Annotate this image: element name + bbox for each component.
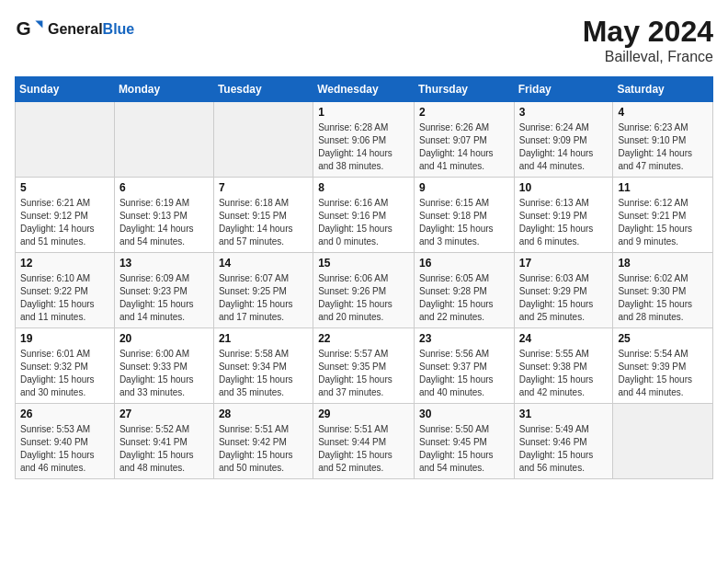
day-number: 18 [618,257,708,270]
day-content: Sunrise: 5:55 AM Sunset: 9:38 PM Dayligh… [519,348,609,399]
day-number: 4 [618,106,708,119]
title-block: May 2024 Bailleval, France [583,15,713,65]
day-header-saturday: Saturday [613,77,713,102]
calendar-cell: 26Sunrise: 5:53 AM Sunset: 9:40 PM Dayli… [16,404,115,479]
calendar-table: SundayMondayTuesdayWednesdayThursdayFrid… [15,76,713,479]
day-header-sunday: Sunday [16,77,115,102]
day-header-friday: Friday [514,77,613,102]
calendar-cell: 24Sunrise: 5:55 AM Sunset: 9:38 PM Dayli… [514,328,613,404]
calendar-cell: 14Sunrise: 6:07 AM Sunset: 9:25 PM Dayli… [213,253,313,328]
day-content: Sunrise: 5:51 AM Sunset: 9:44 PM Dayligh… [318,423,409,475]
day-number: 11 [618,181,708,194]
day-header-tuesday: Tuesday [213,77,313,102]
calendar-cell: 18Sunrise: 6:02 AM Sunset: 9:30 PM Dayli… [613,253,713,328]
calendar-cell: 3Sunrise: 6:24 AM Sunset: 9:09 PM Daylig… [514,102,613,178]
day-number: 13 [119,257,209,270]
calendar-cell: 21Sunrise: 5:58 AM Sunset: 9:34 PM Dayli… [213,328,313,404]
day-content: Sunrise: 6:06 AM Sunset: 9:26 PM Dayligh… [318,272,409,324]
day-number: 6 [119,181,209,194]
calendar-cell: 28Sunrise: 5:51 AM Sunset: 9:42 PM Dayli… [213,404,313,479]
logo-blue: Blue [103,21,135,37]
calendar-cell: 23Sunrise: 5:56 AM Sunset: 9:37 PM Dayli… [414,328,514,404]
day-number: 19 [20,332,109,345]
day-number: 2 [419,106,509,119]
calendar-cell: 22Sunrise: 5:57 AM Sunset: 9:35 PM Dayli… [313,328,415,404]
day-content: Sunrise: 6:13 AM Sunset: 9:19 PM Dayligh… [519,197,609,248]
calendar-cell: 16Sunrise: 6:05 AM Sunset: 9:28 PM Dayli… [414,253,514,328]
calendar-week-row: 26Sunrise: 5:53 AM Sunset: 9:40 PM Dayli… [16,404,713,479]
calendar-cell: 15Sunrise: 6:06 AM Sunset: 9:26 PM Dayli… [313,253,415,328]
day-content: Sunrise: 5:49 AM Sunset: 9:46 PM Dayligh… [519,423,609,475]
day-number: 1 [318,106,409,119]
day-number: 27 [119,408,209,420]
day-number: 23 [419,332,509,345]
svg-text:G: G [17,17,31,39]
day-header-thursday: Thursday [414,77,514,102]
calendar-cell: 10Sunrise: 6:13 AM Sunset: 9:19 PM Dayli… [514,178,613,253]
day-number: 10 [519,181,609,194]
calendar-cell: 6Sunrise: 6:19 AM Sunset: 9:13 PM Daylig… [114,178,213,253]
calendar-cell: 13Sunrise: 6:09 AM Sunset: 9:23 PM Dayli… [114,253,213,328]
day-content: Sunrise: 6:23 AM Sunset: 9:10 PM Dayligh… [618,121,708,173]
calendar-cell: 2Sunrise: 6:26 AM Sunset: 9:07 PM Daylig… [414,102,514,178]
day-content: Sunrise: 5:56 AM Sunset: 9:37 PM Dayligh… [419,348,509,399]
svg-marker-1 [35,20,42,28]
day-content: Sunrise: 5:51 AM Sunset: 9:42 PM Dayligh… [219,423,308,475]
calendar-cell [16,102,115,178]
day-content: Sunrise: 6:16 AM Sunset: 9:16 PM Dayligh… [318,197,409,248]
calendar-header-row: SundayMondayTuesdayWednesdayThursdayFrid… [16,77,713,102]
day-header-wednesday: Wednesday [313,77,415,102]
day-number: 14 [219,257,308,270]
calendar-cell: 1Sunrise: 6:28 AM Sunset: 9:06 PM Daylig… [313,102,415,178]
calendar-cell: 27Sunrise: 5:52 AM Sunset: 9:41 PM Dayli… [114,404,213,479]
calendar-cell: 25Sunrise: 5:54 AM Sunset: 9:39 PM Dayli… [613,328,713,404]
day-number: 3 [519,106,609,119]
calendar-location: Bailleval, France [583,49,713,65]
calendar-cell [114,102,213,178]
day-content: Sunrise: 6:12 AM Sunset: 9:21 PM Dayligh… [618,197,708,248]
day-number: 21 [219,332,308,345]
day-number: 9 [419,181,509,194]
day-number: 5 [20,181,109,194]
day-content: Sunrise: 6:03 AM Sunset: 9:29 PM Dayligh… [519,272,609,324]
day-number: 17 [519,257,609,270]
calendar-cell: 12Sunrise: 6:10 AM Sunset: 9:22 PM Dayli… [16,253,115,328]
day-content: Sunrise: 6:01 AM Sunset: 9:32 PM Dayligh… [20,348,109,399]
logo-icon: G [15,15,44,44]
day-content: Sunrise: 6:18 AM Sunset: 9:15 PM Dayligh… [219,197,308,248]
day-number: 12 [20,257,109,270]
logo: G GeneralBlue [15,15,134,44]
calendar-cell: 20Sunrise: 6:00 AM Sunset: 9:33 PM Dayli… [114,328,213,404]
day-content: Sunrise: 5:50 AM Sunset: 9:45 PM Dayligh… [419,423,509,475]
day-content: Sunrise: 5:52 AM Sunset: 9:41 PM Dayligh… [119,423,209,475]
day-content: Sunrise: 6:02 AM Sunset: 9:30 PM Dayligh… [618,272,708,324]
day-content: Sunrise: 6:21 AM Sunset: 9:12 PM Dayligh… [20,197,109,248]
calendar-week-row: 1Sunrise: 6:28 AM Sunset: 9:06 PM Daylig… [16,102,713,178]
calendar-week-row: 12Sunrise: 6:10 AM Sunset: 9:22 PM Dayli… [16,253,713,328]
day-header-monday: Monday [114,77,213,102]
day-number: 8 [318,181,409,194]
day-number: 7 [219,181,308,194]
day-content: Sunrise: 6:09 AM Sunset: 9:23 PM Dayligh… [119,272,209,324]
calendar-cell: 31Sunrise: 5:49 AM Sunset: 9:46 PM Dayli… [514,404,613,479]
day-number: 31 [519,408,609,420]
day-number: 30 [419,408,509,420]
day-content: Sunrise: 6:10 AM Sunset: 9:22 PM Dayligh… [20,272,109,324]
calendar-cell: 11Sunrise: 6:12 AM Sunset: 9:21 PM Dayli… [613,178,713,253]
day-number: 25 [618,332,708,345]
day-content: Sunrise: 5:58 AM Sunset: 9:34 PM Dayligh… [219,348,308,399]
day-content: Sunrise: 5:54 AM Sunset: 9:39 PM Dayligh… [618,348,708,399]
day-number: 16 [419,257,509,270]
calendar-title: May 2024 [583,15,713,49]
day-content: Sunrise: 5:57 AM Sunset: 9:35 PM Dayligh… [318,348,409,399]
day-content: Sunrise: 6:26 AM Sunset: 9:07 PM Dayligh… [419,121,509,173]
calendar-cell: 4Sunrise: 6:23 AM Sunset: 9:10 PM Daylig… [613,102,713,178]
day-number: 28 [219,408,308,420]
day-content: Sunrise: 6:05 AM Sunset: 9:28 PM Dayligh… [419,272,509,324]
calendar-cell [613,404,713,479]
calendar-cell: 9Sunrise: 6:15 AM Sunset: 9:18 PM Daylig… [414,178,514,253]
day-content: Sunrise: 6:24 AM Sunset: 9:09 PM Dayligh… [519,121,609,173]
calendar-week-row: 5Sunrise: 6:21 AM Sunset: 9:12 PM Daylig… [16,178,713,253]
calendar-cell: 5Sunrise: 6:21 AM Sunset: 9:12 PM Daylig… [16,178,115,253]
day-number: 26 [20,408,109,420]
